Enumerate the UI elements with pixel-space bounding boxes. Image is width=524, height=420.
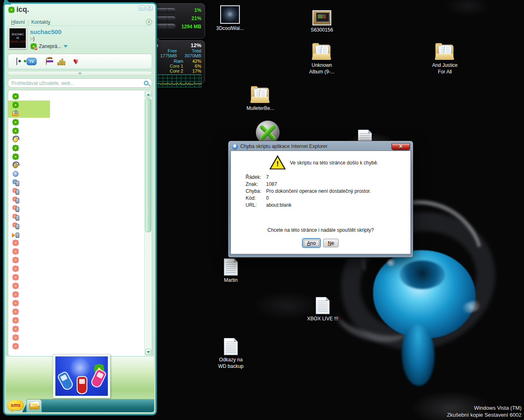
contact-row[interactable] — [8, 118, 144, 126]
contact-row[interactable] — [8, 100, 144, 109]
odkazy-na-wd-backup-icon[interactable] — [212, 335, 250, 355]
contact-row[interactable] — [8, 144, 144, 152]
s6300156-icon[interactable] — [303, 5, 341, 25]
headphones-dark-icon — [12, 162, 19, 169]
dialog-field-row: Řádek:7 — [246, 174, 371, 181]
desktop-icon-3dcoolwal[interactable]: 3DcoolWal... — [211, 3, 249, 32]
contact-row[interactable] — [8, 221, 144, 230]
status-busy-icon — [30, 43, 37, 50]
contact-row[interactable] — [8, 135, 144, 144]
games-icon — [16, 58, 17, 65]
desktop-icon-label: Odkazy naWD backup — [212, 356, 250, 370]
ano-button[interactable]: Ano — [303, 239, 320, 247]
contact-row[interactable] — [8, 333, 144, 342]
contact-row[interactable] — [8, 230, 144, 238]
contact-row[interactable] — [8, 178, 144, 187]
contact-row[interactable] — [8, 92, 144, 100]
contact-row[interactable] — [8, 195, 144, 204]
contact-row[interactable] — [8, 316, 144, 324]
flower-red-icon — [12, 256, 19, 264]
field-label: Znak: — [246, 181, 266, 188]
phone-red-icon — [12, 213, 19, 221]
scrollbar-thumb[interactable] — [145, 98, 151, 232]
dialog-titlebar[interactable]: Chyba skriptu aplikace Internet Explorer… — [230, 142, 411, 151]
menu-item-kontakty[interactable]: Kontakty — [29, 19, 53, 25]
close-button[interactable]: ✕ — [392, 143, 410, 150]
scroll-down-button[interactable] — [145, 349, 151, 355]
contact-row[interactable] — [8, 324, 144, 333]
contact-row[interactable] — [8, 342, 144, 350]
desktop-icon-s6300156[interactable]: S6300156 — [303, 5, 341, 33]
contact-row[interactable] — [8, 109, 144, 118]
contact-row[interactable] — [8, 238, 144, 247]
contact-row[interactable] — [8, 307, 144, 316]
mail-tab[interactable] — [26, 399, 42, 412]
ne-button[interactable]: Ne — [323, 239, 339, 247]
flower-green-icon — [12, 119, 19, 126]
dialog-title: Chyba skriptu aplikace Internet Explorer — [240, 144, 328, 149]
contact-row[interactable] — [8, 273, 144, 281]
help-heart-icon: ♥? — [73, 57, 78, 66]
contact-row[interactable] — [8, 281, 144, 290]
field-label: Kód: — [246, 195, 266, 202]
games-button[interactable] — [10, 55, 24, 68]
desktop-icon-label: MulleterBe... — [241, 105, 280, 112]
close-button[interactable]: × — [146, 5, 153, 11]
music-charts-icon — [57, 58, 65, 65]
desktop-icon-odkazy-na-wd-backup[interactable]: Odkazy naWD backup — [212, 335, 250, 370]
contact-row[interactable] — [8, 247, 144, 256]
desktop-icon-martin[interactable]: Martin — [212, 255, 250, 283]
contact-row[interactable] — [8, 152, 144, 161]
search-placeholder: Prohledávat uživatele, web... — [11, 80, 74, 86]
contact-row[interactable] — [8, 204, 144, 212]
contact-row[interactable] — [8, 169, 144, 178]
status-zzz-button[interactable]: z — [146, 19, 152, 25]
icq-window: icq. –× Hlavní|Kontakty z SUCHACISYOUR L… — [3, 2, 157, 415]
desktop-icon-and-justice-for-all[interactable]: And JusticeFor All — [426, 40, 464, 75]
3dcoolwal-icon[interactable] — [211, 3, 249, 24]
menu-item-hlavn[interactable]: Hlavní — [9, 19, 27, 25]
toolbar-expander[interactable]: · · · · · · — [8, 71, 152, 76]
search-input[interactable]: Prohledávat uživatele, web... — [8, 78, 152, 88]
meter-value: 21% — [178, 16, 201, 21]
desktop-icon-unknown-album[interactable]: UnknownAlbum (9-... — [303, 40, 341, 75]
contact-row[interactable] — [8, 299, 144, 307]
contact-row[interactable] — [8, 256, 144, 264]
contact-scrollbar[interactable] — [144, 91, 151, 356]
xtraz-button[interactable] — [39, 55, 53, 68]
mulleterbe-icon[interactable] — [241, 83, 280, 104]
avatar[interactable]: SUCHACISYOUR LOVE — [9, 27, 27, 49]
flower-green-icon — [12, 144, 19, 152]
arrow-up-icon — [147, 94, 150, 96]
music-charts-button[interactable] — [54, 55, 68, 68]
username[interactable]: suchac500 — [30, 28, 68, 35]
contact-row[interactable] — [8, 126, 144, 135]
flower-red-icon — [12, 299, 19, 307]
icq-tv-button[interactable]: TV — [25, 55, 39, 68]
help-heart-button[interactable]: ♥? — [69, 55, 83, 68]
flower-green-icon — [12, 93, 19, 100]
xbox-live-icon[interactable] — [303, 294, 342, 314]
contact-row[interactable] — [8, 212, 144, 221]
sms-button[interactable]: sms — [7, 400, 24, 410]
status-dropdown-arrow[interactable] — [64, 45, 68, 48]
unknown-album-icon[interactable] — [303, 40, 341, 61]
desktop-icon-mulleterbe[interactable]: MulleterBe... — [241, 83, 280, 112]
contact-row[interactable] — [8, 187, 144, 195]
scroll-up-button[interactable] — [145, 91, 151, 98]
desktop-icon-xbox-live[interactable]: XBOX LIVE !!! — [303, 294, 342, 322]
martin-icon[interactable] — [212, 255, 250, 276]
flower-red-icon — [12, 334, 19, 341]
minimize-button[interactable]: – — [139, 5, 145, 11]
avatar-text-line: YOUR LOVE — [9, 40, 26, 43]
search-icon[interactable] — [144, 81, 148, 85]
contact-row[interactable] — [8, 264, 144, 273]
contact-row[interactable] — [8, 290, 144, 299]
mood-message[interactable]: :-) — [30, 36, 68, 41]
status-selector[interactable]: Zaneprá... — [30, 43, 68, 50]
ad-banner[interactable] — [53, 354, 110, 398]
contact-row[interactable] — [8, 161, 144, 169]
user-panel: SUCHACISYOUR LOVE suchac500 :-) Zaneprá.… — [9, 27, 152, 50]
and-justice-for-all-icon[interactable] — [426, 40, 464, 61]
icq-titlebar[interactable]: icq. –× — [5, 5, 155, 17]
